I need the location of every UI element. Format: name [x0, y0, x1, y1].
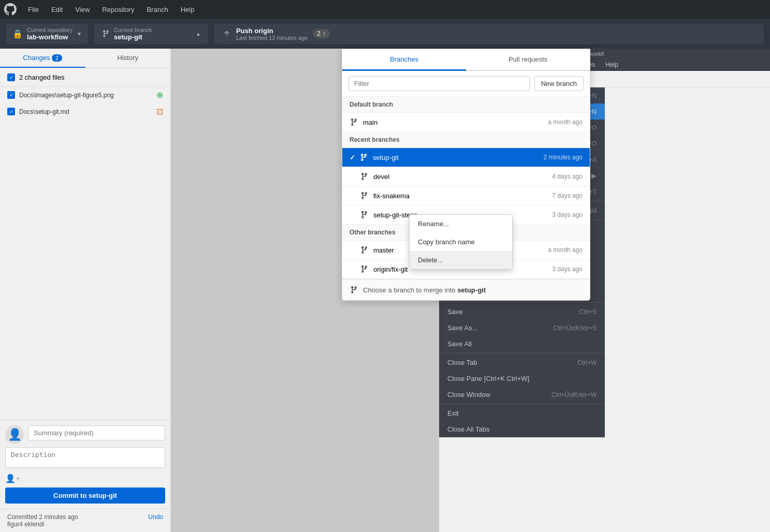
- current-branch-button[interactable]: Current branch setup-git ▲: [94, 24, 208, 44]
- lock-icon: 🔒: [12, 29, 23, 39]
- recent-branches-header: Recent branches: [342, 132, 590, 148]
- ctx-save[interactable]: Save Ctrl+S: [439, 304, 605, 320]
- branch-icon: [101, 29, 110, 38]
- right-panel: Branches Pull requests New branch Defaul…: [171, 49, 770, 532]
- last-commit-time: Committed 2 minutes ago: [7, 513, 78, 521]
- file-name-1: Docs\images\setup-git-figure5.png: [19, 92, 152, 99]
- branch-time-master: a month ago: [548, 246, 583, 254]
- file-name-2: Docs\setup-git.md: [19, 108, 152, 115]
- last-commit-row: Committed 2 minutes ago figur4 eklendi U…: [0, 509, 170, 532]
- ctx-save-as[interactable]: Save As... Ctrl+ÜstKrktr+S: [439, 320, 605, 336]
- file-status-add-icon: ⊕: [156, 90, 163, 100]
- file-checkbox-1[interactable]: ✓: [7, 91, 15, 99]
- merge-bar: Choose a branch to merge into setup-git: [342, 279, 590, 300]
- branch-time-devel: 4 days ago: [552, 173, 583, 180]
- branch-time-main: a month ago: [548, 119, 583, 126]
- push-count-badge: 2 ↑: [313, 29, 330, 38]
- left-panel: Changes 2 History ✓ 2 changed files ✓ Do…: [0, 49, 171, 532]
- last-commit-message: figur4 eklendi: [7, 521, 78, 528]
- branch-context-menu: Rename... Copy branch name Delete...: [409, 214, 513, 270]
- branch-name-devel: devel: [373, 173, 552, 181]
- branch-item-icon: [360, 191, 368, 200]
- branch-name-setup-git: setup-git: [373, 154, 544, 161]
- menu-edit[interactable]: Edit: [46, 4, 68, 16]
- branches-top-bar: New branch: [342, 71, 590, 97]
- undo-button[interactable]: Undo: [148, 513, 163, 521]
- list-item[interactable]: ✓ Docs\images\setup-git-figure5.png ⊕: [0, 87, 170, 104]
- repo-caret-icon: ▼: [77, 31, 82, 37]
- branch-item-devel[interactable]: devel 4 days ago: [342, 167, 590, 186]
- tab-history[interactable]: History: [85, 49, 171, 68]
- current-repo-button[interactable]: 🔒 Current repository lab-workflow ▼: [6, 24, 88, 44]
- ctx-close-tab[interactable]: Close Tab Ctrl+W: [439, 354, 605, 371]
- select-all-checkbox[interactable]: ✓: [7, 73, 15, 81]
- branch-time-setup-git-steps: 3 days ago: [552, 211, 583, 218]
- push-origin-button[interactable]: Push origin Last fetched 13 minutes ago …: [214, 24, 764, 44]
- ctx-rename[interactable]: Rename...: [410, 215, 512, 233]
- file-status-mod-icon: ⊡: [156, 107, 163, 116]
- ctx-close-window[interactable]: Close Window Ctrl+ÜstKrktr+W: [439, 387, 605, 403]
- branch-item-fix-snakema[interactable]: fix-snakema 7 days ago: [342, 186, 590, 205]
- ctx-save-all[interactable]: Save All: [439, 336, 605, 352]
- push-icon: [223, 29, 231, 38]
- changed-files-header: ✓ 2 changed files: [0, 68, 170, 87]
- menu-repository[interactable]: Repository: [97, 4, 139, 16]
- ctx-close-pane[interactable]: Close Pane [Ctrl+K Ctrl+W]: [439, 371, 605, 387]
- repo-label-main: lab-workflow: [27, 33, 72, 41]
- branch-name-fix-snakema: fix-snakema: [373, 192, 552, 200]
- branch-time-origin-fix-git: 3 days ago: [552, 265, 583, 273]
- ctx-close-all-tabs[interactable]: Close All Tabs: [439, 421, 605, 437]
- branch-item-setup-git[interactable]: ✓ setup-git 2 minutes ago: [342, 148, 590, 167]
- merge-icon: [350, 286, 358, 294]
- list-item[interactable]: ✓ Docs\setup-git.md ⊡: [0, 104, 170, 120]
- branch-time-setup-git: 2 minutes ago: [544, 154, 583, 161]
- menu-file[interactable]: File: [23, 4, 44, 16]
- branch-item-icon: [360, 172, 368, 181]
- menu-branch[interactable]: Branch: [141, 4, 173, 16]
- ctx-separator-5: [439, 404, 605, 404]
- toolbar: 🔒 Current repository lab-workflow ▼ Curr…: [0, 19, 770, 49]
- file-list: ✓ Docs\images\setup-git-figure5.png ⊕ ✓ …: [0, 87, 170, 420]
- ctx-separator-4: [439, 353, 605, 353]
- menu-help[interactable]: Help: [176, 4, 200, 16]
- github-logo-icon: [4, 3, 17, 16]
- push-label-main: Push origin: [236, 27, 308, 35]
- commit-area: 👤 👤+ Commit to setup-git: [0, 420, 170, 509]
- file-checkbox-2[interactable]: ✓: [7, 108, 15, 115]
- co-author-row: 👤+: [5, 469, 165, 487]
- branch-caret-icon: ▲: [196, 31, 201, 37]
- main-tabs: Changes 2 History: [0, 49, 170, 68]
- summary-input[interactable]: [28, 425, 165, 440]
- branch-time-fix-snakema: 7 days ago: [552, 192, 583, 199]
- avatar: 👤: [5, 425, 24, 444]
- description-input[interactable]: [5, 447, 165, 468]
- branch-item-icon: [359, 153, 368, 161]
- branch-name-main: main: [363, 119, 548, 126]
- changed-files-count: 2 changed files: [19, 73, 64, 81]
- menu-bar: File Edit View Repository Branch Help: [0, 0, 770, 19]
- tab-changes[interactable]: Changes 2: [0, 49, 85, 68]
- atom-menu-help[interactable]: Help: [600, 59, 623, 70]
- new-branch-button[interactable]: New branch: [534, 76, 584, 91]
- branch-item-icon: [360, 265, 368, 273]
- menu-view[interactable]: View: [70, 4, 95, 16]
- filter-input[interactable]: [348, 76, 530, 91]
- branch-check-icon: ✓: [350, 154, 355, 161]
- branches-tabs: Branches Pull requests: [342, 49, 590, 71]
- tab-pull-requests[interactable]: Pull requests: [466, 49, 590, 71]
- default-branch-header: Default branch: [342, 97, 590, 113]
- branch-item-icon: [360, 246, 368, 254]
- commit-button[interactable]: Commit to setup-git: [5, 487, 165, 504]
- branch-item-main[interactable]: main a month ago: [342, 113, 590, 132]
- merge-branch-name: setup-git: [457, 286, 486, 294]
- push-label-sub: Last fetched 13 minutes ago: [236, 35, 308, 41]
- ctx-delete[interactable]: Delete...: [410, 251, 512, 269]
- main-area: Changes 2 History ✓ 2 changed files ✓ Do…: [0, 49, 770, 532]
- tab-branches[interactable]: Branches: [342, 49, 466, 71]
- branch-label-sub: Current branch: [114, 27, 152, 33]
- ctx-separator-3: [439, 302, 605, 303]
- ctx-copy-branch-name[interactable]: Copy branch name: [410, 233, 512, 251]
- branch-item-icon: [360, 211, 368, 219]
- ctx-exit[interactable]: Exit: [439, 405, 605, 421]
- repo-label-sub: Current repository: [27, 27, 72, 33]
